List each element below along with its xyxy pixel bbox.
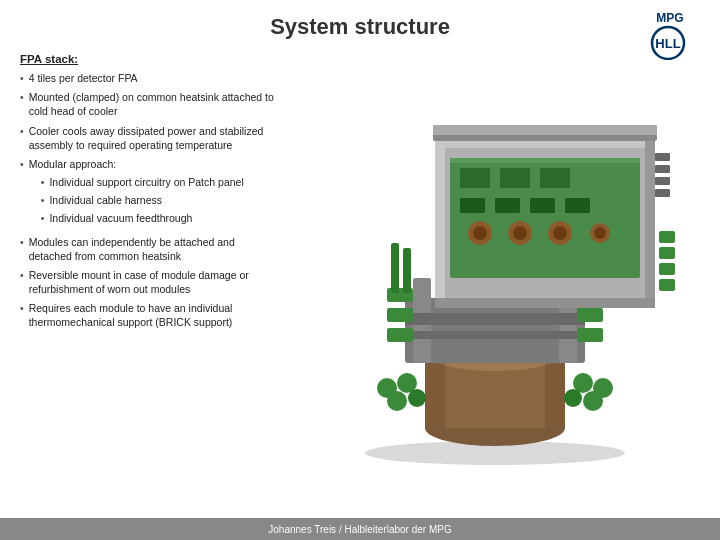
svg-rect-13	[405, 331, 585, 339]
svg-rect-62	[659, 263, 675, 275]
svg-point-30	[387, 391, 407, 411]
svg-point-51	[513, 226, 527, 240]
svg-rect-12	[405, 313, 585, 325]
device-illustration	[305, 83, 685, 473]
svg-rect-16	[387, 328, 413, 342]
svg-rect-34	[435, 138, 445, 308]
list-item-text: Requires each module to have an individu…	[29, 301, 280, 329]
svg-rect-20	[391, 243, 399, 293]
text-column: FPA stack: 4 tiles per detector FPA Moun…	[20, 48, 290, 508]
section-title: FPA stack:	[20, 53, 280, 65]
svg-point-53	[594, 227, 606, 239]
list-item: Mounted (clamped) on common heatsink att…	[20, 90, 280, 118]
list-item-text: Mounted (clamped) on common heatsink att…	[29, 90, 280, 118]
footer-text: Johannes Treis / Halbleiterlabor der MPG	[268, 524, 451, 535]
list-item: Modules can independently be attached an…	[20, 235, 280, 263]
main-content: FPA stack: 4 tiles per detector FPA Moun…	[0, 48, 720, 508]
svg-rect-35	[645, 138, 655, 308]
svg-point-50	[473, 226, 487, 240]
page-title: System structure	[270, 14, 450, 40]
sub-list-item: Individual support circuitry on Patch pa…	[41, 175, 280, 189]
sub-list-item-text: Individual support circuitry on Patch pa…	[49, 175, 243, 189]
list-item-text: Cooler cools away dissipated power and s…	[29, 124, 280, 152]
svg-rect-43	[495, 198, 520, 213]
sub-list-item-text: Individual cable harness	[49, 193, 162, 207]
svg-rect-59	[433, 125, 657, 135]
svg-rect-7	[425, 353, 445, 428]
sub-list-item: Individual vacuum feedthrough	[41, 211, 280, 225]
svg-rect-21	[403, 248, 411, 293]
list-item: Modular approach: Individual support cir…	[20, 157, 280, 230]
svg-rect-8	[545, 353, 565, 428]
list-item: Cooler cools away dissipated power and s…	[20, 124, 280, 152]
svg-point-26	[583, 391, 603, 411]
list-item-text: Modular approach: Individual support cir…	[29, 157, 280, 230]
list-item: Reversible mount in case of module damag…	[20, 268, 280, 296]
svg-point-31	[408, 389, 426, 407]
sub-list-item-text: Individual vacuum feedthrough	[49, 211, 192, 225]
list-item: Requires each module to have an individu…	[20, 301, 280, 329]
svg-rect-63	[659, 279, 675, 291]
list-item-text: Reversible mount in case of module damag…	[29, 268, 280, 296]
image-column	[290, 48, 700, 508]
svg-rect-55	[655, 153, 670, 161]
svg-rect-39	[460, 168, 490, 188]
svg-rect-44	[530, 198, 555, 213]
svg-rect-15	[387, 308, 413, 322]
list-item: 4 tiles per detector FPA	[20, 71, 280, 85]
svg-rect-56	[655, 165, 670, 173]
svg-rect-60	[659, 231, 675, 243]
svg-rect-18	[577, 308, 603, 322]
svg-point-52	[553, 226, 567, 240]
sub-list: Individual support circuitry on Patch pa…	[29, 175, 280, 226]
list-item-text: 4 tiles per detector FPA	[29, 71, 280, 85]
svg-rect-45	[565, 198, 590, 213]
list-item-text: Modules can independently be attached an…	[29, 235, 280, 263]
svg-rect-58	[655, 189, 670, 197]
svg-point-27	[564, 389, 582, 407]
svg-rect-42	[460, 198, 485, 213]
svg-rect-41	[540, 168, 570, 188]
header: System structure	[0, 0, 720, 48]
svg-rect-19	[577, 328, 603, 342]
svg-rect-57	[655, 177, 670, 185]
svg-rect-61	[659, 247, 675, 259]
svg-rect-40	[500, 168, 530, 188]
svg-rect-38	[450, 158, 640, 163]
sub-list-item: Individual cable harness	[41, 193, 280, 207]
bullet-list: 4 tiles per detector FPA Mounted (clampe…	[20, 71, 280, 330]
svg-rect-36	[435, 298, 655, 308]
footer: Johannes Treis / Halbleiterlabor der MPG	[0, 518, 720, 540]
